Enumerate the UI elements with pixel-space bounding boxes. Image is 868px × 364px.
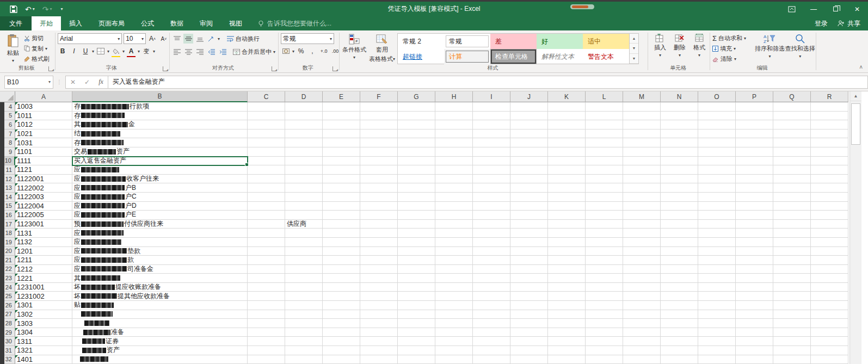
cell-r10[interactable] [811, 157, 848, 166]
cell-n24[interactable] [661, 283, 698, 292]
cell-c11[interactable] [248, 165, 285, 175]
cell-h17[interactable] [435, 220, 473, 229]
redo-button[interactable]: ↷▾ [42, 5, 52, 13]
cell-l12[interactable] [586, 175, 623, 184]
cell-m18[interactable] [623, 229, 661, 238]
cell-k27[interactable] [548, 310, 586, 319]
cell-h12[interactable] [435, 175, 473, 184]
cell-f27[interactable] [360, 310, 398, 319]
cell-b13[interactable]: 应户B [72, 183, 248, 193]
cell-o17[interactable] [698, 220, 736, 229]
cell-q11[interactable] [773, 165, 811, 175]
cell-l26[interactable] [586, 301, 623, 310]
increase-decimal-button[interactable]: +.0 [319, 46, 329, 56]
cell-j25[interactable] [510, 292, 548, 301]
cell-r9[interactable] [811, 147, 848, 157]
tab-data[interactable]: 数据 [162, 16, 192, 30]
cell-q16[interactable] [773, 211, 811, 220]
vertical-scrollbar[interactable]: ▲ [849, 91, 861, 364]
cell-a32[interactable]: 1401 [15, 355, 72, 364]
fill-color-button[interactable] [111, 46, 121, 56]
cut-button[interactable]: 剪切 [24, 33, 50, 43]
cell-k15[interactable] [548, 202, 586, 211]
cell-q8[interactable] [773, 138, 811, 147]
cell-c15[interactable] [248, 202, 285, 211]
cell-i28[interactable] [473, 319, 510, 328]
cell-o6[interactable] [698, 120, 736, 129]
cell-d14[interactable] [285, 193, 323, 202]
cell-l29[interactable] [586, 328, 623, 337]
cell-k7[interactable] [548, 129, 586, 139]
cell-h16[interactable] [435, 211, 473, 220]
cell-o29[interactable] [698, 328, 736, 337]
cell-r26[interactable] [811, 301, 848, 310]
cell-k28[interactable] [548, 319, 586, 328]
customize-qat-button[interactable]: ▾ [60, 7, 63, 11]
cell-e6[interactable] [323, 120, 360, 129]
cell-m21[interactable] [623, 256, 661, 265]
cell-m13[interactable] [623, 183, 661, 193]
select-all-corner[interactable] [0, 91, 15, 102]
style-calculation[interactable]: 计算 [444, 49, 490, 64]
cell-e8[interactable] [323, 138, 360, 147]
cell-i25[interactable] [473, 292, 510, 301]
style-hyperlink[interactable]: 超链接 [398, 49, 444, 64]
cell-d31[interactable] [285, 346, 323, 355]
cell-l28[interactable] [586, 319, 623, 328]
cell-f10[interactable] [360, 157, 398, 166]
cell-q22[interactable] [773, 265, 811, 274]
cell-j14[interactable] [510, 193, 548, 202]
cell-i21[interactable] [473, 256, 510, 265]
cell-p27[interactable] [736, 310, 773, 319]
cell-e27[interactable] [323, 310, 360, 319]
cell-c16[interactable] [248, 211, 285, 220]
cell-r8[interactable] [811, 138, 848, 147]
cell-f22[interactable] [360, 265, 398, 274]
cell-c17[interactable] [248, 220, 285, 229]
cell-o20[interactable] [698, 247, 736, 256]
cell-m31[interactable] [623, 346, 661, 355]
cell-g11[interactable] [398, 165, 435, 175]
cell-o30[interactable] [698, 337, 736, 346]
scroll-up-icon[interactable]: ▲ [850, 91, 861, 101]
cell-m17[interactable] [623, 220, 661, 229]
cell-a13[interactable]: 1122002 [15, 183, 72, 193]
cell-f24[interactable] [360, 283, 398, 292]
cell-n11[interactable] [661, 165, 698, 175]
cell-h15[interactable] [435, 202, 473, 211]
cell-d15[interactable] [285, 202, 323, 211]
cell-h21[interactable] [435, 256, 473, 265]
cell-m8[interactable] [623, 138, 661, 147]
cell-i4[interactable] [473, 102, 510, 112]
cell-h7[interactable] [435, 129, 473, 139]
cell-r11[interactable] [811, 165, 848, 175]
cell-m9[interactable] [623, 147, 661, 157]
column-header-m[interactable]: M [623, 91, 661, 102]
save-icon[interactable] [10, 5, 17, 13]
cell-g21[interactable] [398, 256, 435, 265]
accounting-format-button[interactable] [281, 46, 291, 56]
cell-b6[interactable]: 其金 [72, 120, 248, 129]
cell-r25[interactable] [811, 292, 848, 301]
cell-l8[interactable] [586, 138, 623, 147]
cell-l9[interactable] [586, 147, 623, 157]
cell-g5[interactable] [398, 112, 435, 121]
cell-a30[interactable]: 1311 [15, 337, 72, 346]
cell-r21[interactable] [811, 256, 848, 265]
cell-n19[interactable] [661, 238, 698, 247]
cell-p23[interactable] [736, 274, 773, 283]
cell-g12[interactable] [398, 175, 435, 184]
cell-e10[interactable] [323, 157, 360, 166]
cell-d19[interactable] [285, 238, 323, 247]
cell-h27[interactable] [435, 310, 473, 319]
cell-p20[interactable] [736, 247, 773, 256]
cell-f29[interactable] [360, 328, 398, 337]
align-bottom-icon[interactable] [195, 34, 205, 44]
cell-i10[interactable] [473, 157, 510, 166]
cell-h9[interactable] [435, 147, 473, 157]
cell-q17[interactable] [773, 220, 811, 229]
format-painter-button[interactable]: 格式刷 [24, 54, 50, 64]
cell-n13[interactable] [661, 183, 698, 193]
cell-g14[interactable] [398, 193, 435, 202]
cell-a20[interactable]: 1201 [15, 247, 72, 256]
